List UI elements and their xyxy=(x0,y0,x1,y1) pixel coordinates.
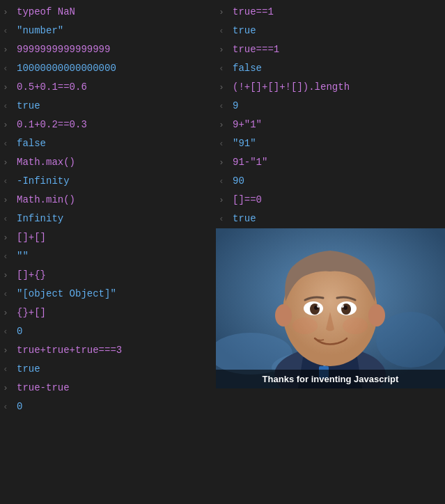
console-row: ‹"number" xyxy=(0,22,216,40)
output-arrow: ‹ xyxy=(3,24,13,39)
output-arrow: ‹ xyxy=(219,61,228,77)
output-arrow: ‹ xyxy=(219,136,228,152)
console-row: ‹false xyxy=(216,59,445,78)
code-text: false xyxy=(17,136,46,151)
input-arrow: › xyxy=(219,42,228,58)
code-text: 0.1+0.2==0.3 xyxy=(17,117,87,132)
output-arrow: ‹ xyxy=(3,99,13,114)
console-row: ›[]+{} xyxy=(0,266,216,285)
input-arrow: › xyxy=(219,80,228,95)
input-arrow: › xyxy=(3,42,13,58)
code-text: Infinity xyxy=(17,211,63,226)
right-column: ›true==1‹true›true===1‹false›(!+[]+[]+![… xyxy=(216,0,445,419)
code-text: true xyxy=(233,211,256,226)
console-row: ‹false xyxy=(0,134,216,153)
code-text: true==1 xyxy=(233,4,274,19)
console-row: ‹90 xyxy=(216,172,445,191)
input-arrow: › xyxy=(3,193,13,208)
code-text: "91" xyxy=(233,136,256,151)
code-text: {}+[] xyxy=(17,305,46,320)
console-row: ›0.5+0.1==0.6 xyxy=(0,78,216,97)
input-arrow: › xyxy=(3,230,13,246)
console-row: ›Math.max() xyxy=(0,153,216,172)
input-arrow: › xyxy=(3,80,13,95)
svg-point-9 xyxy=(275,304,292,326)
code-text: 0 xyxy=(17,399,22,414)
console-row: ‹"" xyxy=(0,247,216,266)
code-text: (!+[]+[]+![]).length xyxy=(233,79,350,95)
code-text: []==0 xyxy=(233,192,262,207)
console-row: ‹Infinity xyxy=(0,210,216,228)
code-text: 9+"1" xyxy=(233,117,262,132)
meme-caption: Thanks for inventing Javascript xyxy=(216,370,445,388)
console-row: ›true===1 xyxy=(216,40,445,59)
console-row: ›0.1+0.2==0.3 xyxy=(0,116,216,134)
code-text: Math.max() xyxy=(17,155,75,170)
console-row: ‹"[object Object]" xyxy=(0,285,216,304)
input-arrow: › xyxy=(3,343,13,359)
output-arrow: ‹ xyxy=(3,249,13,265)
svg-point-19 xyxy=(292,317,318,334)
console-row: ‹"91" xyxy=(216,134,445,153)
console-row: ›[]+[] xyxy=(0,228,216,247)
code-text: 0.5+0.1==0.6 xyxy=(17,79,87,95)
input-arrow: › xyxy=(3,381,13,396)
svg-point-18 xyxy=(341,305,344,308)
output-arrow: ‹ xyxy=(3,400,13,415)
code-text: []+[] xyxy=(17,230,46,245)
console-row: ‹true xyxy=(0,360,216,379)
input-arrow: › xyxy=(3,5,13,20)
code-text: 90 xyxy=(233,173,244,189)
output-arrow: ‹ xyxy=(219,174,228,189)
input-arrow: › xyxy=(219,118,228,133)
console-row: ‹true xyxy=(216,22,445,40)
console-row: ›true-true xyxy=(0,379,216,397)
code-text: "number" xyxy=(17,23,63,38)
input-arrow: › xyxy=(3,118,13,133)
svg-point-2 xyxy=(376,312,445,368)
code-text: true xyxy=(233,23,256,38)
output-arrow: ‹ xyxy=(3,136,13,152)
code-text: "[object Object]" xyxy=(17,286,116,301)
input-arrow: › xyxy=(3,268,13,283)
output-arrow: ‹ xyxy=(3,324,13,340)
console-container: ›typeof NaN‹"number"›9999999999999999‹10… xyxy=(0,0,445,419)
code-text: typeof NaN xyxy=(17,4,75,19)
code-text: 9 xyxy=(233,98,238,113)
code-text: true===1 xyxy=(233,42,279,57)
code-text: -Infinity xyxy=(17,173,70,189)
code-text: Math.min() xyxy=(17,192,75,207)
input-arrow: › xyxy=(3,155,13,171)
console-row: ›9+"1" xyxy=(216,116,445,134)
meme-image: Thanks for inventing Javascript xyxy=(216,228,445,388)
console-row: ›[]==0 xyxy=(216,191,445,210)
console-row: ›true==1 xyxy=(216,3,445,22)
output-arrow: ‹ xyxy=(219,24,228,39)
input-arrow: › xyxy=(219,155,228,171)
console-row: ‹9 xyxy=(216,97,445,116)
left-column: ›typeof NaN‹"number"›9999999999999999‹10… xyxy=(0,0,216,419)
code-text: 0 xyxy=(17,324,22,339)
console-row: ›9999999999999999 xyxy=(0,40,216,59)
output-arrow: ‹ xyxy=(3,212,13,227)
output-arrow: ‹ xyxy=(3,174,13,189)
input-arrow: › xyxy=(219,5,228,20)
console-row: ‹10000000000000000 xyxy=(0,59,216,78)
code-text: true+true+true===3 xyxy=(17,342,122,358)
console-row: ‹true xyxy=(0,97,216,116)
console-row: ›Math.min() xyxy=(0,191,216,210)
input-arrow: › xyxy=(219,193,228,208)
input-arrow: › xyxy=(3,306,13,321)
console-row: ›typeof NaN xyxy=(0,3,216,22)
code-text: false xyxy=(233,61,262,76)
console-row: ›(!+[]+[]+![]).length xyxy=(216,78,445,97)
code-text: 91-"1" xyxy=(233,155,267,170)
code-text: true xyxy=(17,361,40,377)
console-row: ›{}+[] xyxy=(0,304,216,322)
code-text: []+{} xyxy=(17,267,46,283)
console-row: ‹-Infinity xyxy=(0,172,216,191)
output-arrow: ‹ xyxy=(219,99,228,114)
output-arrow: ‹ xyxy=(219,212,228,227)
svg-point-20 xyxy=(343,317,368,334)
console-row: ‹0 xyxy=(0,322,216,341)
